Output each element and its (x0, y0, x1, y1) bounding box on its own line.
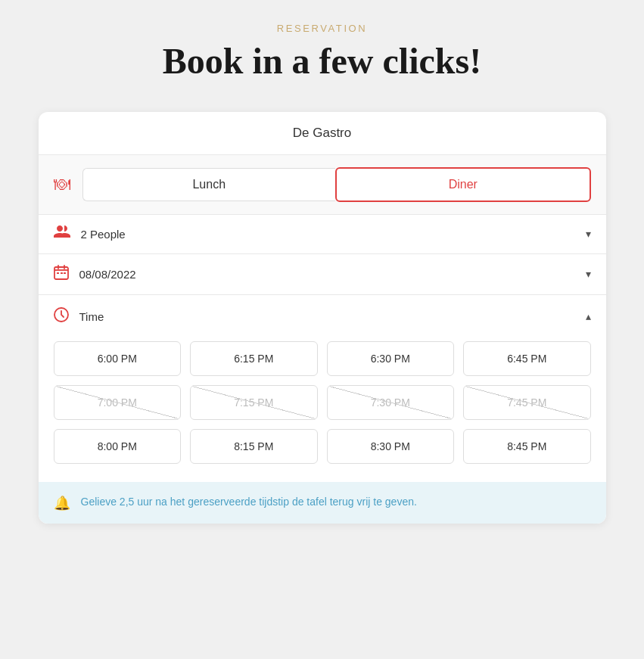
booking-card: De Gastro 🍽 Lunch Diner 2 People ▾ (39, 112, 606, 524)
time-grid: 6:00 PM6:15 PM6:30 PM6:45 PM7:00 PM7:15 … (54, 341, 591, 464)
time-slot-8-00-pm[interactable]: 8:00 PM (54, 429, 182, 464)
time-slot-6-45-pm[interactable]: 6:45 PM (463, 341, 591, 376)
time-slot-8-30-pm[interactable]: 8:30 PM (327, 429, 455, 464)
time-slot-8-45-pm[interactable]: 8:45 PM (463, 429, 591, 464)
svg-rect-3 (64, 272, 66, 274)
time-slot-8-15-pm[interactable]: 8:15 PM (190, 429, 318, 464)
notification-bar: 🔔 Gelieve 2,5 uur na het gereserveerde t… (39, 482, 606, 524)
reservation-label: RESERVATION (277, 23, 368, 34)
time-slot-6-00-pm[interactable]: 6:00 PM (54, 341, 182, 376)
svg-rect-1 (57, 272, 59, 274)
time-slot-7-30-pm: 7:30 PM (327, 385, 455, 420)
time-label: Time (79, 310, 586, 323)
calendar-icon (54, 265, 69, 284)
time-section: Time ▴ 6:00 PM6:15 PM6:30 PM6:45 PM7:00 … (39, 295, 606, 479)
time-slot-6-15-pm[interactable]: 6:15 PM (190, 341, 318, 376)
clock-icon (54, 307, 69, 326)
time-header[interactable]: Time ▴ (54, 307, 591, 326)
time-slot-6-30-pm[interactable]: 6:30 PM (327, 341, 455, 376)
main-title: Book in a few clicks! (163, 40, 481, 82)
people-dropdown[interactable]: 2 People ▾ (39, 215, 606, 254)
people-chevron-icon: ▾ (586, 228, 591, 241)
people-value: 2 People (81, 228, 586, 241)
bell-icon: 🔔 (54, 495, 70, 511)
people-icon (54, 225, 70, 243)
tab-lunch[interactable]: Lunch (82, 168, 336, 201)
svg-rect-2 (61, 272, 63, 274)
restaurant-name: De Gastro (293, 126, 351, 140)
date-value: 08/08/2022 (79, 268, 586, 281)
time-slot-7-15-pm: 7:15 PM (190, 385, 318, 420)
tab-diner[interactable]: Diner (335, 167, 591, 202)
time-slot-7-45-pm: 7:45 PM (463, 385, 591, 420)
time-slot-7-00-pm: 7:00 PM (54, 385, 182, 420)
card-header: De Gastro (39, 112, 606, 155)
date-chevron-icon: ▾ (586, 268, 591, 281)
date-dropdown[interactable]: 08/08/2022 ▾ (39, 254, 606, 295)
notification-text: Gelieve 2,5 uur na het gereserveerde tij… (81, 494, 417, 510)
tab-row: 🍽 Lunch Diner (39, 155, 606, 215)
meal-icon: 🍽 (54, 175, 70, 194)
time-chevron-up-icon: ▴ (586, 310, 591, 323)
